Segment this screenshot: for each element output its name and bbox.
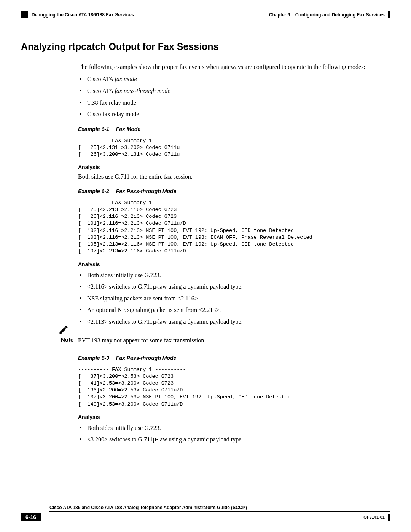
list-item: Cisco ATA fax pass-through mode (78, 86, 390, 96)
analysis-3-list: Both sides initially use G.723. <3.200> … (78, 423, 390, 444)
pencil-icon (58, 324, 69, 335)
modes-list: Cisco ATA fax mode Cisco ATA fax pass-th… (78, 74, 390, 119)
header-right: Chapter 6 Configuring and Debugging Fax … (269, 11, 390, 18)
list-item: Both sides initially use G.723. (78, 270, 390, 280)
header-left: Debugging the Cisco ATA 186/188 Fax Serv… (21, 11, 134, 18)
note-icon (58, 324, 69, 335)
list-item: <2.116> switches to G.711µ-law using a d… (78, 282, 390, 292)
example-3-code: ---------- FAX Summary 1 ---------- [ 37… (78, 366, 390, 408)
section-title: Analyzing rtpcatch Output for Fax Sessio… (21, 41, 390, 52)
analysis-label: Analysis (78, 414, 390, 420)
example-3-title: Example 6-3Fax Pass-through Mode (78, 355, 390, 361)
example-1-code: ---------- FAX Summary 1 ---------- [ 25… (78, 137, 390, 158)
note-rule-top (78, 334, 390, 334)
example-2-code: ---------- FAX Summary 1 ---------- [ 25… (78, 200, 390, 255)
list-item: Both sides initially use G.723. (78, 423, 390, 433)
footer-book-title: Cisco ATA 186 and Cisco ATA 188 Analog T… (49, 505, 390, 510)
example-2-title: Example 6-2Fax Pass-through Mode (78, 188, 390, 194)
list-item: <2.113> switches to G.711µ-law using a d… (78, 317, 390, 327)
analysis-2-list: Both sides initially use G.723. <2.116> … (78, 270, 390, 327)
chapter-num: Chapter 6 (269, 12, 290, 18)
analysis-label: Analysis (78, 164, 390, 170)
list-item: <3.200> switches to G.711µ-law using a d… (78, 435, 390, 444)
analysis-label: Analysis (78, 261, 390, 267)
list-item: Cisco ATA fax mode (78, 74, 390, 84)
list-item: NSE signaling packets are sent from <2.1… (78, 294, 390, 304)
chapter-title: Configuring and Debugging Fax Services (295, 12, 385, 18)
page-footer: Cisco ATA 186 and Cisco ATA 188 Analog T… (21, 505, 390, 521)
header-section-title: Debugging the Cisco ATA 186/188 Fax Serv… (32, 12, 134, 18)
footer-bar-icon (388, 514, 390, 521)
header-chapter: Chapter 6 Configuring and Debugging Fax … (269, 12, 385, 18)
note-rule-bottom (78, 348, 390, 348)
intro-text: The following examples show the proper f… (78, 63, 390, 71)
list-item: Cisco fax relay mode (78, 109, 390, 119)
analysis-text: Both sides use G.711 for the entire fax … (78, 173, 390, 181)
page-number: 6-16 (21, 513, 41, 521)
footer-row: 6-16 OI-3141-01 (21, 513, 390, 521)
page-header: Debugging the Cisco ATA 186/188 Fax Serv… (21, 11, 390, 18)
note-label: Note (61, 336, 73, 343)
footer-right: OI-3141-01 (363, 514, 390, 521)
example-1-title: Example 6-1Fax Mode (78, 126, 390, 132)
list-item: An optional NE signaling packet is sent … (78, 305, 390, 315)
header-square-icon (21, 11, 28, 18)
main-content: The following examples show the proper f… (78, 63, 390, 444)
list-item: T.38 fax relay mode (78, 98, 390, 108)
note-block: Note EVT 193 may not appear for some fax… (78, 334, 390, 348)
note-text: EVT 193 may not appear for some fax tran… (78, 336, 390, 345)
doc-id: OI-3141-01 (363, 515, 385, 519)
footer-left: 6-16 (21, 513, 41, 521)
header-bar-icon (388, 11, 390, 18)
footer-rule (49, 511, 390, 512)
